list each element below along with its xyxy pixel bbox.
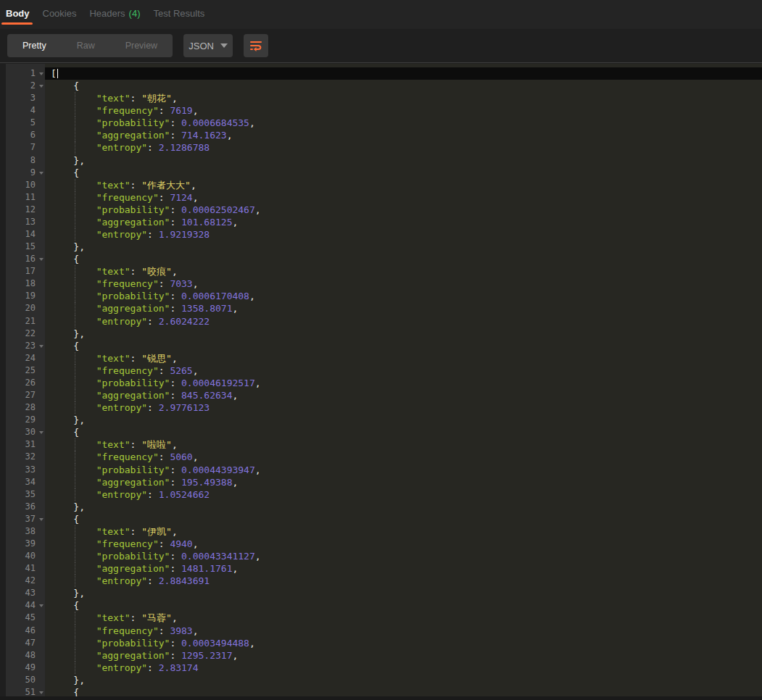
code-line[interactable]: 38 "text": "伊凯",	[6, 525, 762, 538]
code-line-content[interactable]: "aggregation": 1295.2317,	[45, 649, 762, 662]
code-line-content[interactable]: "aggregation": 1481.1761,	[45, 562, 762, 575]
code-line-content[interactable]: "probability": 0.00043341127,	[45, 550, 762, 562]
code-line-content[interactable]: },	[45, 414, 762, 426]
code-line[interactable]: 19 "probability": 0.0006170408,	[6, 290, 762, 302]
code-line-content[interactable]: "probability": 0.00044393947,	[45, 464, 762, 476]
code-line[interactable]: 30 {	[6, 426, 762, 438]
code-line[interactable]: 31 "text": "啦啦",	[6, 438, 762, 451]
code-line-content[interactable]: "text": "马蓉",	[45, 612, 762, 624]
code-line-content[interactable]: },	[45, 587, 762, 599]
fold-caret-icon[interactable]	[39, 258, 44, 261]
code-line-content[interactable]: "aggregation": 101.68125,	[45, 216, 762, 228]
code-line-content[interactable]: "entropy": 2.6024222	[45, 315, 762, 328]
code-line[interactable]: 17 "text": "咬痕",	[6, 265, 762, 278]
code-line[interactable]: 35 "entropy": 1.0524662	[6, 488, 762, 501]
code-line[interactable]: 15 },	[6, 241, 762, 253]
code-line[interactable]: 50 },	[6, 674, 762, 686]
code-line-content[interactable]: "frequency": 3983,	[45, 625, 762, 637]
code-line-content[interactable]: "frequency": 7619,	[45, 104, 762, 117]
code-editor[interactable]: 1[2 {3 "text": "朝花",4 "frequency": 7619,…	[0, 62, 762, 700]
code-line-content[interactable]: "entropy": 1.0524662	[45, 488, 762, 501]
code-line-content[interactable]: "probability": 0.0003494488,	[45, 637, 762, 649]
code-line[interactable]: 29 },	[6, 414, 762, 426]
tab-body[interactable]: Body	[6, 5, 30, 25]
code-line-content[interactable]: },	[45, 241, 762, 253]
code-line[interactable]: 4 "frequency": 7619,	[6, 104, 762, 117]
code-line-content[interactable]: "entropy": 2.1286788	[45, 141, 762, 154]
code-line[interactable]: 3 "text": "朝花",	[6, 92, 762, 104]
code-line-content[interactable]: {	[45, 599, 762, 612]
fold-caret-icon[interactable]	[39, 72, 44, 75]
code-line-content[interactable]: "frequency": 4940,	[45, 538, 762, 550]
fold-caret-icon[interactable]	[39, 691, 44, 694]
code-line-content[interactable]: "text": "朝花",	[45, 92, 762, 104]
code-line[interactable]: 47 "probability": 0.0003494488,	[6, 637, 762, 649]
code-line-content[interactable]: {	[45, 167, 762, 179]
fold-caret-icon[interactable]	[39, 604, 44, 607]
code-line[interactable]: 8 },	[6, 154, 762, 167]
code-line-content[interactable]: {	[45, 513, 762, 525]
code-line-content[interactable]: "text": "作者大大",	[45, 179, 762, 191]
code-line[interactable]: 16 {	[6, 253, 762, 265]
code-line[interactable]: 44 {	[6, 599, 762, 612]
code-line-content[interactable]: "frequency": 7033,	[45, 278, 762, 290]
code-line-content[interactable]: {	[45, 426, 762, 438]
code-line-content[interactable]: "aggregation": 195.49388,	[45, 476, 762, 488]
code-line[interactable]: 7 "entropy": 2.1286788	[6, 141, 762, 154]
code-line[interactable]: 42 "entropy": 2.8843691	[6, 575, 762, 587]
code-line[interactable]: 43 },	[6, 587, 762, 599]
code-line-content[interactable]: "probability": 0.00062502467,	[45, 204, 762, 216]
fold-caret-icon[interactable]	[39, 518, 44, 521]
code-line[interactable]: 6 "aggregation": 714.1623,	[6, 129, 762, 141]
code-line-content[interactable]: "text": "咬痕",	[45, 265, 762, 278]
code-line-content[interactable]: "frequency": 5060,	[45, 451, 762, 463]
fold-caret-icon[interactable]	[39, 85, 44, 88]
code-line-content[interactable]: "probability": 0.00046192517,	[45, 377, 762, 389]
code-line-content[interactable]: {	[45, 340, 762, 352]
code-line[interactable]: 22 },	[6, 328, 762, 340]
code-line[interactable]: 48 "aggregation": 1295.2317,	[6, 649, 762, 662]
code-line[interactable]: 27 "aggregation": 845.62634,	[6, 389, 762, 401]
code-line[interactable]: 49 "entropy": 2.83174	[6, 662, 762, 674]
code-line[interactable]: 23 {	[6, 340, 762, 352]
code-line[interactable]: 2 {	[6, 80, 762, 92]
code-line[interactable]: 37 {	[6, 513, 762, 525]
code-line-content[interactable]: },	[45, 674, 762, 686]
code-line-content[interactable]: },	[45, 328, 762, 340]
code-line[interactable]: 20 "aggregation": 1358.8071,	[6, 302, 762, 314]
code-line[interactable]: 24 "text": "锐思",	[6, 352, 762, 364]
code-line-content[interactable]: "aggregation": 845.62634,	[45, 389, 762, 401]
code-line[interactable]: 46 "frequency": 3983,	[6, 625, 762, 637]
horizontal-scrollbar[interactable]	[0, 696, 762, 700]
code-line-content[interactable]: "text": "伊凯",	[45, 525, 762, 538]
code-line-content[interactable]: },	[45, 154, 762, 167]
code-line[interactable]: 21 "entropy": 2.6024222	[6, 315, 762, 328]
code-line-content[interactable]: {	[45, 253, 762, 265]
code-line[interactable]: 33 "probability": 0.00044393947,	[6, 464, 762, 476]
code-line[interactable]: 34 "aggregation": 195.49388,	[6, 476, 762, 488]
code-line-content[interactable]: "aggregation": 714.1623,	[45, 129, 762, 141]
code-line[interactable]: 40 "probability": 0.00043341127,	[6, 550, 762, 562]
code-line[interactable]: 5 "probability": 0.0006684535,	[6, 117, 762, 129]
tab-cookies[interactable]: Cookies	[43, 5, 77, 25]
code-line-content[interactable]: "entropy": 1.9219328	[45, 228, 762, 241]
code-line-content[interactable]: "frequency": 7124,	[45, 191, 762, 204]
code-line-content[interactable]: "frequency": 5265,	[45, 364, 762, 377]
code-line-content[interactable]: "entropy": 2.8843691	[45, 575, 762, 587]
code-line-content[interactable]: "entropy": 2.83174	[45, 662, 762, 674]
pretty-view-button[interactable]: Pretty	[7, 34, 62, 57]
code-line-content[interactable]: },	[45, 501, 762, 513]
code-line[interactable]: 11 "frequency": 7124,	[6, 191, 762, 204]
fold-caret-icon[interactable]	[39, 431, 44, 434]
code-line[interactable]: 12 "probability": 0.00062502467,	[6, 204, 762, 216]
code-line[interactable]: 14 "entropy": 1.9219328	[6, 228, 762, 241]
code-line[interactable]: 39 "frequency": 4940,	[6, 538, 762, 550]
code-line-content[interactable]: "aggregation": 1358.8071,	[45, 302, 762, 314]
code-line[interactable]: 10 "text": "作者大大",	[6, 179, 762, 191]
code-line[interactable]: 28 "entropy": 2.9776123	[6, 401, 762, 414]
tab-headers[interactable]: Headers (4)	[89, 5, 140, 25]
code-line-content[interactable]: "probability": 0.0006684535,	[45, 117, 762, 129]
line-wrap-button[interactable]	[244, 34, 268, 57]
code-line-content[interactable]: "entropy": 2.9776123	[45, 401, 762, 414]
fold-caret-icon[interactable]	[39, 172, 44, 175]
